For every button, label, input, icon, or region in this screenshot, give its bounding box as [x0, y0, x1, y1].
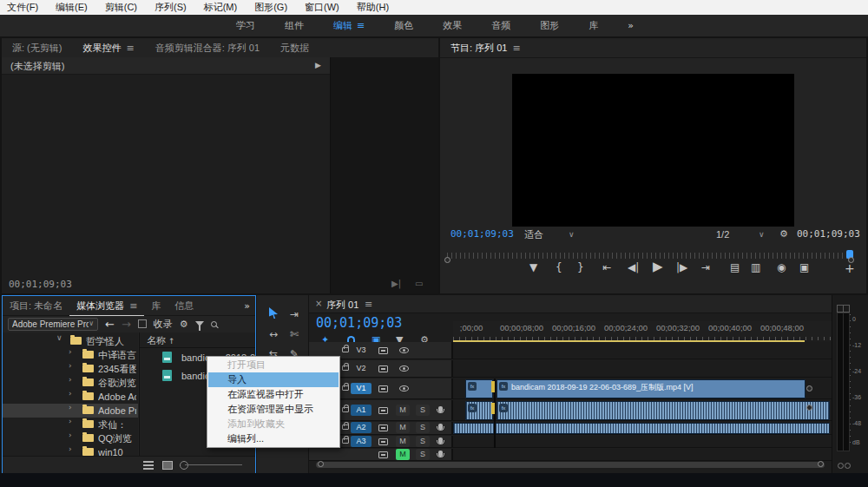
- lock-icon[interactable]: [342, 424, 349, 430]
- tab-program-monitor[interactable]: 节目: 序列 01≡: [440, 38, 531, 57]
- voice-over-mic-icon[interactable]: [438, 424, 443, 430]
- lock-icon[interactable]: [342, 347, 349, 352]
- track-select-tool[interactable]: ⇥: [286, 309, 302, 323]
- mark-out-button[interactable]: }: [577, 262, 584, 273]
- scrollbar-left-handle[interactable]: [318, 461, 324, 467]
- program-video-viewport[interactable]: [512, 74, 794, 227]
- close-icon[interactable]: ×: [315, 299, 322, 308]
- solo-button[interactable]: S: [416, 405, 430, 416]
- meter-mute-dot[interactable]: [838, 463, 844, 469]
- workspace-tab-graphics[interactable]: 图形: [540, 19, 559, 32]
- panel-menu-icon[interactable]: ≡: [126, 43, 134, 53]
- track-target-v2[interactable]: V2: [351, 363, 372, 374]
- play-button[interactable]: ▶: [653, 260, 663, 273]
- source-patch-icon[interactable]: [378, 385, 388, 392]
- mini-play-icon[interactable]: ▶|: [391, 280, 401, 288]
- scrollbar-right-handle[interactable]: [818, 461, 824, 467]
- video-clip-fragment[interactable]: fx: [465, 379, 493, 398]
- program-current-timecode[interactable]: 00;01;09;03: [450, 227, 514, 241]
- go-to-in-button[interactable]: ⇤: [602, 262, 611, 273]
- lock-icon[interactable]: [342, 407, 349, 412]
- wrench-icon[interactable]: ⚙: [779, 227, 788, 241]
- playback-resolution-select[interactable]: 1/2: [716, 227, 729, 241]
- program-scrubber[interactable]: [447, 253, 855, 259]
- tree-item[interactable]: › 求仙：: [3, 418, 138, 431]
- resolution-chevron-icon[interactable]: ∨: [759, 227, 765, 241]
- tree-item[interactable]: › win10: [3, 445, 138, 456]
- tree-item[interactable]: › 谷歌浏览: [3, 376, 138, 390]
- source-patch-icon[interactable]: [378, 365, 388, 372]
- menu-item-reveal-in-explorer[interactable]: 在资源管理器中显示: [208, 402, 339, 417]
- tab-overflow-icon[interactable]: »: [244, 301, 250, 311]
- location-dropdown[interactable]: Adobe Premiere Pro ... ∨: [8, 318, 98, 331]
- tree-item-selected[interactable]: › Adobe Pr: [3, 404, 138, 418]
- tab-audio-clip-mixer[interactable]: 音频剪辑混合器: 序列 01: [145, 38, 270, 57]
- clip-keyframe-dot[interactable]: [806, 385, 812, 392]
- mute-button[interactable]: M: [396, 405, 410, 416]
- zoom-level-select[interactable]: 适合: [524, 227, 543, 241]
- search-icon[interactable]: [211, 321, 217, 327]
- tab-project[interactable]: 项目: 未命名: [3, 296, 69, 315]
- timeline-horizontal-scrollbar[interactable]: [316, 462, 825, 468]
- timeline-ruler[interactable]: ;00;00 00;00;08;00 00;00;16;00 00;00;24;…: [453, 321, 832, 340]
- menu-item-open-project[interactable]: 打开项目: [208, 358, 339, 372]
- source-patch-icon[interactable]: [378, 407, 388, 414]
- zoom-chevron-icon[interactable]: ∨: [569, 227, 575, 241]
- solo-button[interactable]: S: [416, 422, 430, 433]
- tab-info[interactable]: 信息: [168, 296, 201, 315]
- audio-meter-panel[interactable]: 0 -12 -24 -36 -48 dB: [832, 295, 868, 473]
- track-target-a3[interactable]: A3: [351, 436, 372, 447]
- audio-clip-a2[interactable]: [453, 423, 830, 434]
- voice-over-mic-icon[interactable]: [438, 451, 443, 457]
- audio-clip-fragment[interactable]: fx: [465, 401, 493, 420]
- menu-window[interactable]: 窗口(W): [305, 1, 339, 14]
- source-patch-icon[interactable]: [378, 451, 388, 458]
- lift-button[interactable]: ▤: [730, 262, 740, 273]
- ripple-edit-tool[interactable]: ↔: [266, 329, 281, 343]
- scrubber-left-handle[interactable]: [444, 257, 450, 263]
- workspace-tab-editing[interactable]: 编辑≡: [333, 19, 365, 32]
- mute-button[interactable]: M: [396, 436, 410, 447]
- wrench-icon[interactable]: ⚙: [180, 319, 188, 329]
- lock-icon[interactable]: [342, 385, 349, 391]
- step-forward-button[interactable]: |▶: [676, 262, 687, 273]
- workspace-tab-assembly[interactable]: 组件: [285, 19, 304, 32]
- razor-tool[interactable]: ✄: [286, 329, 302, 343]
- list-view-button[interactable]: [143, 461, 154, 470]
- voice-over-mic-icon[interactable]: [438, 406, 443, 412]
- menu-sequence[interactable]: 序列(S): [155, 1, 187, 14]
- list-header-name[interactable]: 名称 ↑: [147, 334, 175, 347]
- thumbnail-zoom-slider[interactable]: [180, 461, 188, 470]
- meter-mute-dot[interactable]: [845, 463, 851, 469]
- menu-item-import[interactable]: 导入: [208, 372, 339, 387]
- mark-in-button[interactable]: {: [556, 262, 562, 273]
- mini-frame-icon[interactable]: ▭: [415, 280, 423, 288]
- back-button[interactable]: ←: [105, 319, 115, 330]
- tree-item[interactable]: › QQ浏览: [3, 431, 138, 445]
- track-target-a1[interactable]: A1: [351, 405, 372, 416]
- thumbnail-zoom-track[interactable]: [185, 464, 242, 465]
- panel-menu-icon[interactable]: ≡: [365, 299, 372, 309]
- step-back-button[interactable]: ◀|: [628, 262, 639, 273]
- tab-source-monitor[interactable]: 源: (无剪辑): [2, 38, 72, 57]
- selection-tool[interactable]: [266, 307, 281, 321]
- tab-media-browser[interactable]: 媒体浏览器≡: [69, 296, 144, 316]
- tree-item[interactable]: › Adobe Ac: [3, 390, 138, 404]
- workspace-menu-icon[interactable]: ≡: [357, 21, 365, 30]
- audio-clip[interactable]: fx: [496, 401, 830, 420]
- source-patch-icon[interactable]: [378, 438, 388, 445]
- master-mute-button[interactable]: M: [396, 449, 410, 460]
- tab-libraries[interactable]: 库: [144, 296, 168, 315]
- workspace-tab-audio[interactable]: 音频: [491, 19, 510, 32]
- thumbnail-view-button[interactable]: [162, 461, 173, 470]
- tab-metadata[interactable]: 元数据: [270, 38, 319, 57]
- source-patch-icon[interactable]: [378, 347, 388, 354]
- menu-help[interactable]: 帮助(H): [357, 1, 389, 14]
- tab-effect-controls[interactable]: 效果控件≡: [72, 38, 144, 58]
- track-target-v3[interactable]: V3: [351, 345, 372, 356]
- extract-button[interactable]: ▥: [751, 262, 760, 273]
- forward-button[interactable]: →: [122, 319, 131, 330]
- clip-keyframe-dot[interactable]: [806, 405, 812, 411]
- workspace-tab-libraries[interactable]: 库: [589, 19, 598, 32]
- toggle-track-output-eye-icon[interactable]: [399, 347, 409, 353]
